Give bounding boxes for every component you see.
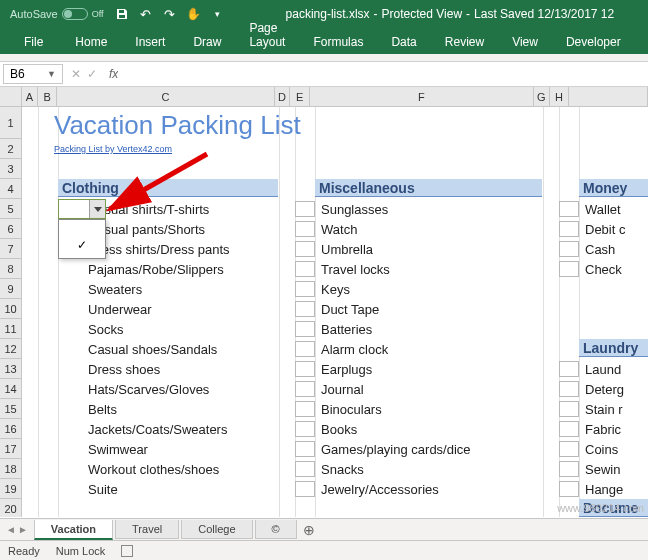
list-item[interactable]: Jackets/Coats/Sweaters xyxy=(38,422,227,437)
col-header[interactable]: E xyxy=(290,87,310,106)
row-header[interactable]: 17 xyxy=(0,439,21,459)
select-all-corner[interactable] xyxy=(0,87,21,107)
source-link[interactable]: Packing List by Vertex42.com xyxy=(54,144,172,154)
row-header[interactable]: 3 xyxy=(0,159,21,179)
list-item[interactable]: Cash xyxy=(581,242,615,257)
list-item[interactable]: Earplugs xyxy=(317,362,372,377)
list-item[interactable]: Hange xyxy=(581,482,623,497)
col-header[interactable]: A xyxy=(22,87,38,106)
checkbox-cell[interactable] xyxy=(559,221,579,237)
row-header[interactable]: 11 xyxy=(0,319,21,339)
checkbox-cell[interactable] xyxy=(295,381,315,397)
row-header[interactable]: 4 xyxy=(0,179,21,199)
list-item[interactable]: Journal xyxy=(317,382,364,397)
row-header[interactable]: 13 xyxy=(0,359,21,379)
checkbox-cell[interactable] xyxy=(295,321,315,337)
list-item[interactable]: Keys xyxy=(317,282,350,297)
name-box[interactable]: B6 ▼ xyxy=(3,64,63,84)
checkbox-cell[interactable] xyxy=(295,241,315,257)
col-header[interactable]: C xyxy=(57,87,274,106)
next-sheet-icon[interactable]: ► xyxy=(18,524,28,535)
row-header[interactable]: 2 xyxy=(0,139,21,159)
list-item[interactable]: Jewelry/Accessories xyxy=(317,482,439,497)
col-header[interactable] xyxy=(569,87,648,106)
sheet-tab-college[interactable]: College xyxy=(181,520,252,539)
col-header[interactable]: H xyxy=(550,87,570,106)
checkbox-cell[interactable] xyxy=(559,441,579,457)
checkbox-cell[interactable] xyxy=(295,461,315,477)
tab-developer[interactable]: Developer xyxy=(552,30,635,54)
checkbox-cell[interactable] xyxy=(295,441,315,457)
checkbox-cell[interactable] xyxy=(559,381,579,397)
row-header[interactable]: 16 xyxy=(0,419,21,439)
checkbox-cell[interactable] xyxy=(295,481,315,497)
list-item[interactable]: Suite xyxy=(38,482,118,497)
checkbox-cell[interactable] xyxy=(295,281,315,297)
touch-mode-icon[interactable]: ✋ xyxy=(186,6,202,22)
list-item[interactable]: Sunglasses xyxy=(317,202,388,217)
checkbox-cell[interactable] xyxy=(295,361,315,377)
row-header[interactable]: 8 xyxy=(0,259,21,279)
list-item[interactable]: Underwear xyxy=(38,302,152,317)
sheet-tab-copyright[interactable]: © xyxy=(255,520,297,539)
checkbox-cell[interactable] xyxy=(559,481,579,497)
col-header[interactable]: G xyxy=(534,87,550,106)
dropdown-option[interactable]: ✓ xyxy=(59,238,105,252)
chevron-down-icon[interactable]: ▼ xyxy=(47,69,56,79)
list-item[interactable]: Belts xyxy=(38,402,117,417)
row-header[interactable]: 7 xyxy=(0,239,21,259)
list-item[interactable]: Games/playing cards/dice xyxy=(317,442,471,457)
checkbox-cell[interactable] xyxy=(559,361,579,377)
list-item[interactable]: Deterg xyxy=(581,382,624,397)
list-item[interactable]: Stain r xyxy=(581,402,623,417)
checkbox-cell[interactable] xyxy=(559,421,579,437)
list-item[interactable]: Umbrella xyxy=(317,242,373,257)
tab-draw[interactable]: Draw xyxy=(179,30,235,54)
checkbox-cell[interactable] xyxy=(559,241,579,257)
fx-icon[interactable]: fx xyxy=(109,67,118,81)
list-item[interactable]: Duct Tape xyxy=(317,302,379,317)
checkbox-cell[interactable] xyxy=(559,261,579,277)
list-item[interactable]: Pajamas/Robe/Slippers xyxy=(38,262,224,277)
row-header[interactable]: 18 xyxy=(0,459,21,479)
active-cell-dropdown[interactable] xyxy=(58,199,106,219)
cell-value[interactable] xyxy=(59,200,89,218)
tab-view[interactable]: View xyxy=(498,30,552,54)
checkbox-cell[interactable] xyxy=(295,341,315,357)
checkbox-cell[interactable] xyxy=(295,221,315,237)
checkbox-cell[interactable] xyxy=(559,401,579,417)
list-item[interactable]: Snacks xyxy=(317,462,364,477)
list-item[interactable]: Books xyxy=(317,422,357,437)
list-item[interactable]: Coins xyxy=(581,442,618,457)
list-item[interactable]: Socks xyxy=(38,322,123,337)
list-item[interactable]: Watch xyxy=(317,222,357,237)
prev-sheet-icon[interactable]: ◄ xyxy=(6,524,16,535)
row-header[interactable]: 15 xyxy=(0,399,21,419)
dropdown-list[interactable]: ✓ xyxy=(58,219,106,259)
macro-record-icon[interactable] xyxy=(121,545,133,557)
sheet-tab-travel[interactable]: Travel xyxy=(115,520,179,539)
list-item[interactable]: Sweaters xyxy=(38,282,142,297)
list-item[interactable]: Workout clothes/shoes xyxy=(38,462,219,477)
tab-insert[interactable]: Insert xyxy=(121,30,179,54)
list-item[interactable]: Check xyxy=(581,262,622,277)
checkbox-cell[interactable] xyxy=(295,261,315,277)
formula-input[interactable] xyxy=(118,64,648,84)
row-header[interactable]: 10 xyxy=(0,299,21,319)
tab-data[interactable]: Data xyxy=(377,30,430,54)
list-item[interactable]: Casual shoes/Sandals xyxy=(38,342,217,357)
list-item[interactable]: Travel locks xyxy=(317,262,390,277)
autosave-toggle[interactable]: AutoSave Off xyxy=(10,8,104,20)
checkbox-cell[interactable] xyxy=(295,401,315,417)
save-icon[interactable] xyxy=(114,6,130,22)
col-header[interactable]: F xyxy=(310,87,534,106)
tab-page-layout[interactable]: Page Layout xyxy=(235,16,299,54)
checkbox-cell[interactable] xyxy=(559,461,579,477)
qat-customize-icon[interactable]: ▾ xyxy=(210,6,226,22)
list-item[interactable]: Wallet xyxy=(581,202,621,217)
tab-nav[interactable]: ◄► xyxy=(0,524,34,535)
list-item[interactable]: Alarm clock xyxy=(317,342,388,357)
row-header[interactable]: 20 xyxy=(0,499,21,517)
enter-icon[interactable]: ✓ xyxy=(87,67,97,81)
row-header[interactable]: 5 xyxy=(0,199,21,219)
